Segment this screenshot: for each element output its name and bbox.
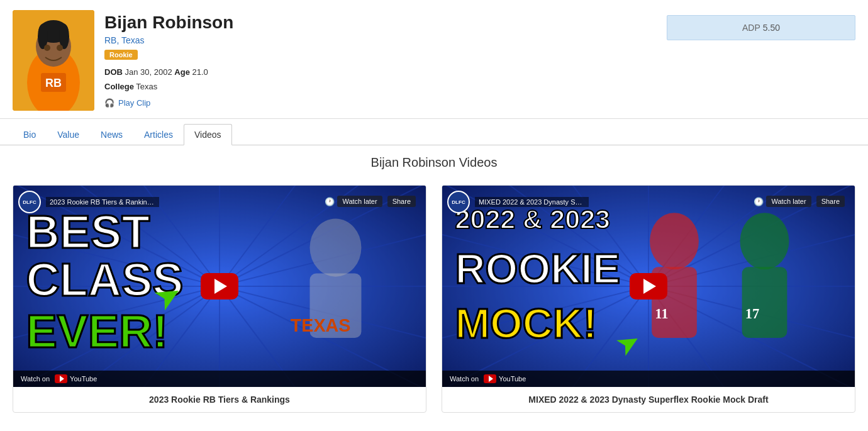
svg-point-56 <box>650 213 699 269</box>
player-info: Bijan Robinson RB, Texas Rookie DOB Jan … <box>104 10 657 111</box>
adp-section: ADP 5.50 <box>667 10 855 111</box>
video-thumbnail-1[interactable]: BEST CLASS EVER! ➤ TEXAS DLFC 2023 Rooki… <box>13 186 426 387</box>
play-btn-2[interactable] <box>630 273 667 299</box>
player-position: RB, Texas <box>104 35 657 45</box>
share-btn-1[interactable]: Share <box>387 196 416 207</box>
svg-text:MOCK!: MOCK! <box>455 300 598 347</box>
rookie-badge: Rookie <box>104 50 138 60</box>
videos-grid: BEST CLASS EVER! ➤ TEXAS DLFC 2023 Rooki… <box>13 185 855 413</box>
svg-text:EVER!: EVER! <box>26 305 169 357</box>
video-watch-bar-1: Watch on YouTube <box>13 371 426 387</box>
svg-text:11: 11 <box>655 306 668 322</box>
video-actions-2: Watch later Share <box>766 196 845 207</box>
yt-logo-1: YouTube <box>55 374 97 383</box>
svg-point-7 <box>57 45 63 51</box>
svg-rect-60 <box>742 267 787 338</box>
header-divider <box>0 118 868 119</box>
video-title-overlay-1: 2023 Rookie RB Tiers & Rankings | Dyn... <box>46 197 159 207</box>
yt-logo-2: YouTube <box>484 374 526 383</box>
headphones-icon: 🎧 <box>104 96 114 110</box>
svg-text:TEXAS: TEXAS <box>291 315 351 335</box>
player-meta: DOB Jan 30, 2002 Age 21.0 College Texas … <box>104 65 657 110</box>
video-thumbnail-2[interactable]: 11 17 2022 & 2023 ROOKIE MOCK! ➤ DLFC <box>442 186 855 387</box>
video-card-title-2: MIXED 2022 & 2023 Dynasty Superflex Rook… <box>442 387 855 412</box>
clock-icon-1: 🕐 <box>325 197 335 206</box>
video-actions-1: Watch later Share <box>337 196 416 207</box>
yt-icon-2 <box>484 374 496 383</box>
video-card-2: 11 17 2022 & 2023 ROOKIE MOCK! ➤ DLFC <box>442 185 855 413</box>
play-clip-link[interactable]: 🎧 Play Clip <box>104 96 657 110</box>
share-btn-2[interactable]: Share <box>816 196 845 207</box>
svg-point-59 <box>740 213 789 269</box>
main-content: Bijan Robinson Videos <box>0 155 868 425</box>
svg-point-30 <box>310 218 362 276</box>
section-title: Bijan Robinson Videos <box>13 155 855 170</box>
svg-text:RB: RB <box>45 77 62 89</box>
player-header: RB Bijan Robinson RB, Texas Rookie DOB J… <box>0 0 868 118</box>
player-photo: RB <box>13 10 94 111</box>
clock-icon-2: 🕐 <box>754 197 764 206</box>
play-btn-1[interactable] <box>201 273 238 299</box>
video-title-overlay-2: MIXED 2022 & 2023 Dynasty Superflex ... <box>475 197 589 207</box>
svg-text:ROOKIE: ROOKIE <box>455 245 621 292</box>
adp-label: ADP <box>742 23 760 33</box>
tab-articles[interactable]: Articles <box>133 124 184 145</box>
video-logo-1: DLFC <box>18 191 41 213</box>
video-watch-bar-2: Watch on YouTube <box>442 371 855 387</box>
watch-later-btn-2[interactable]: Watch later <box>766 196 811 207</box>
yt-icon-1 <box>55 374 67 383</box>
video-logo-2: DLFC <box>447 191 470 213</box>
tabs-nav: Bio Value News Articles Videos <box>0 124 868 145</box>
video-top-bar-2: DLFC MIXED 2022 & 2023 Dynasty Superflex… <box>447 191 850 213</box>
tab-bio[interactable]: Bio <box>13 124 47 145</box>
tab-news[interactable]: News <box>90 124 133 145</box>
video-top-bar-1: DLFC 2023 Rookie RB Tiers & Rankings | D… <box>18 191 421 213</box>
player-name: Bijan Robinson <box>104 13 657 33</box>
watch-later-btn-1[interactable]: Watch later <box>337 196 382 207</box>
video-card-title-1: 2023 Rookie RB Tiers & Rankings <box>13 387 426 412</box>
tab-value[interactable]: Value <box>47 124 90 145</box>
tab-videos[interactable]: Videos <box>184 124 232 145</box>
adp-value: 5.50 <box>763 23 780 33</box>
video-card-1: BEST CLASS EVER! ➤ TEXAS DLFC 2023 Rooki… <box>13 185 426 413</box>
svg-text:17: 17 <box>745 306 760 322</box>
svg-point-6 <box>44 45 50 51</box>
adp-box: ADP 5.50 <box>667 15 855 40</box>
